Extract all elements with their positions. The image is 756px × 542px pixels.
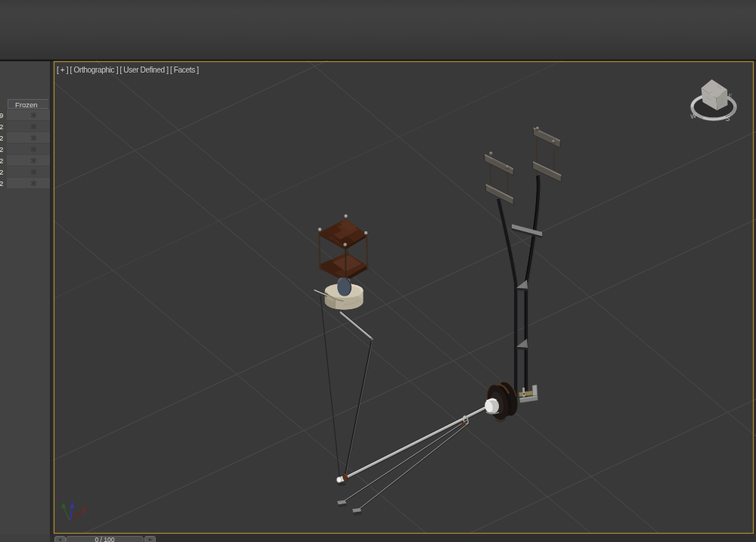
svg-text:E: E xyxy=(729,93,733,98)
svg-text:[ + ] [ Orthographic ] [ User: [ + ] [ Orthographic ] [ User Defined ] … xyxy=(57,66,199,74)
svg-text:S: S xyxy=(726,115,730,122)
